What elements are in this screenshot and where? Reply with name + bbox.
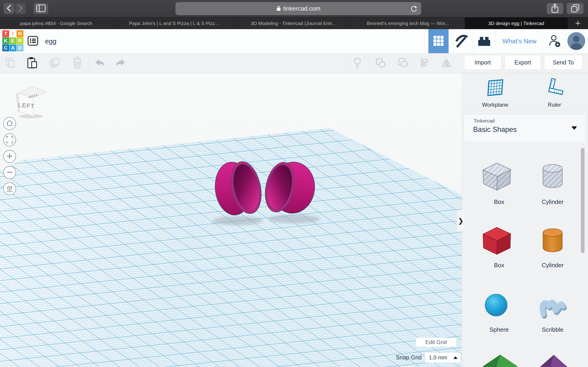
chevron-right-icon <box>17 4 24 14</box>
design-menu-button[interactable] <box>27 35 39 47</box>
logo-tile: N <box>17 30 23 37</box>
import-button[interactable]: Import <box>464 55 502 70</box>
shapes-panel: Workplane Ruler Tinkercad Basic Shapes B… <box>462 73 588 367</box>
egg-model[interactable] <box>211 161 321 232</box>
duplicate-icon <box>49 57 61 69</box>
viewcube-front-label[interactable]: LEFT <box>18 102 35 110</box>
edit-grid-button[interactable]: Edit Grid <box>416 338 456 347</box>
redo-button[interactable] <box>112 53 129 73</box>
invite-user-button[interactable] <box>545 29 564 53</box>
logo-tile: D <box>17 44 23 51</box>
brick-mode-button[interactable] <box>475 29 494 53</box>
send-to-button[interactable]: Send To <box>544 55 582 70</box>
shape-cylinder-solid[interactable] <box>536 220 570 259</box>
undo-icon <box>94 58 105 69</box>
minus-icon <box>5 168 14 177</box>
header-divider <box>425 29 425 53</box>
logo-tile: C <box>2 44 9 51</box>
group-button[interactable] <box>372 53 389 73</box>
egg-half-left[interactable] <box>212 161 266 217</box>
sidebar-toggle-button[interactable] <box>34 3 48 14</box>
panel-collapse-handle[interactable]: ❯ <box>457 210 465 232</box>
workplane-tool-label[interactable]: Workplane <box>468 102 523 108</box>
shape-sphere[interactable] <box>480 286 514 325</box>
mirror-button[interactable] <box>438 53 455 73</box>
workplane-tool-icon[interactable] <box>485 78 506 98</box>
logo-tile: R <box>17 37 23 44</box>
reload-icon[interactable] <box>410 5 418 14</box>
egg-half-right[interactable] <box>261 161 317 215</box>
tab-overview-button[interactable] <box>567 3 583 14</box>
logo-tile: T <box>2 30 9 37</box>
pickaxe-icon <box>454 33 469 49</box>
person-plus-icon <box>548 34 561 48</box>
safari-window: tinkercad.com papa johns #854 - Google S… <box>0 0 588 367</box>
tinkercad-logo[interactable]: T I N K E R C A D <box>2 30 23 51</box>
shape-library-dropdown[interactable]: Tinkercad Basic Shapes <box>464 114 586 143</box>
shape-cylinder-hole[interactable] <box>536 156 570 195</box>
profile-avatar[interactable] <box>567 32 585 50</box>
lightbulb-icon <box>352 57 363 70</box>
ruler-tool-label[interactable]: Ruler <box>527 102 582 108</box>
perspective-toggle-button[interactable] <box>3 182 16 195</box>
dashboard-grid-button[interactable] <box>428 29 449 53</box>
tab-title: 3D design egg | Tinkercad <box>488 21 544 26</box>
header-divider <box>542 29 543 53</box>
snap-grid-select[interactable]: 1.0 mm <box>425 352 460 363</box>
shape-label: Sphere <box>472 326 527 333</box>
share-button[interactable] <box>547 3 563 14</box>
delete-button[interactable] <box>69 53 86 73</box>
tabs-overview-icon <box>570 3 580 14</box>
redo-icon <box>115 58 127 69</box>
chevron-right-glyph: ❯ <box>458 217 464 225</box>
ungroup-button[interactable] <box>395 53 411 73</box>
undo-button[interactable] <box>91 53 108 73</box>
shape-roof-partial[interactable] <box>483 353 518 367</box>
forward-button[interactable] <box>15 3 26 14</box>
panel-scrollbar[interactable] <box>581 148 585 253</box>
home-view-button[interactable] <box>3 117 16 130</box>
fit-view-button[interactable] <box>3 133 16 146</box>
browser-tab-1[interactable]: papa johns #854 - Google Search <box>0 17 112 29</box>
avatar-silhouette-icon <box>567 32 585 50</box>
caret-down-icon <box>571 126 577 130</box>
minecraft-pickaxe-button[interactable] <box>452 29 471 53</box>
chevron-left-icon <box>5 4 13 14</box>
tab-title: Papa John's | L and S Pizza | L & S Pizz… <box>129 21 219 26</box>
address-bar[interactable]: tinkercad.com <box>175 2 421 15</box>
header-divider <box>473 29 473 53</box>
copy-button[interactable] <box>2 53 19 73</box>
zoom-out-button[interactable] <box>3 166 16 179</box>
shape-pyramid-partial[interactable] <box>538 354 570 367</box>
whats-new-link[interactable]: What's New <box>498 29 540 53</box>
browser-tab-5-active[interactable]: 3D design egg | Tinkercad <box>465 17 568 29</box>
shape-scribble[interactable] <box>536 286 570 325</box>
duplicate-button[interactable] <box>47 53 63 73</box>
new-tab-button[interactable]: + <box>568 17 588 29</box>
back-button[interactable] <box>4 3 14 14</box>
toolbar-divider <box>414 54 414 72</box>
browser-tab-2[interactable]: Papa John's | L and S Pizza | L & S Pizz… <box>112 17 235 29</box>
ruler-tool-icon[interactable] <box>544 78 565 98</box>
paste-button[interactable] <box>24 53 40 73</box>
plus-icon <box>5 152 14 161</box>
view-cube[interactable]: TOP LEFT <box>13 83 48 119</box>
share-icon <box>550 3 560 14</box>
align-button[interactable] <box>417 53 433 73</box>
tab-title: 3D Modeling - Tinkercad (Journal Entr... <box>251 21 336 26</box>
shape-box-solid[interactable] <box>480 220 514 259</box>
copy-icon <box>5 58 17 69</box>
list-menu-icon <box>27 35 38 47</box>
shape-box-hole[interactable] <box>480 156 514 195</box>
lock-icon <box>276 5 281 12</box>
design-title[interactable]: egg <box>45 29 57 53</box>
browser-tab-3[interactable]: 3D Modeling - Tinkercad (Journal Entr... <box>235 17 351 29</box>
sidebar-icon <box>36 4 46 14</box>
zoom-in-button[interactable] <box>3 150 16 163</box>
viewport-3d[interactable]: TOP LEFT Edit Grid Snap Grid 1.0 mm <box>0 73 462 367</box>
paste-icon <box>26 57 38 70</box>
browser-tab-4[interactable]: Bennett's emerging tech blog — Wor... <box>351 17 465 29</box>
export-button[interactable]: Export <box>504 55 541 70</box>
home-icon <box>5 118 15 129</box>
show-all-button[interactable] <box>349 53 366 73</box>
